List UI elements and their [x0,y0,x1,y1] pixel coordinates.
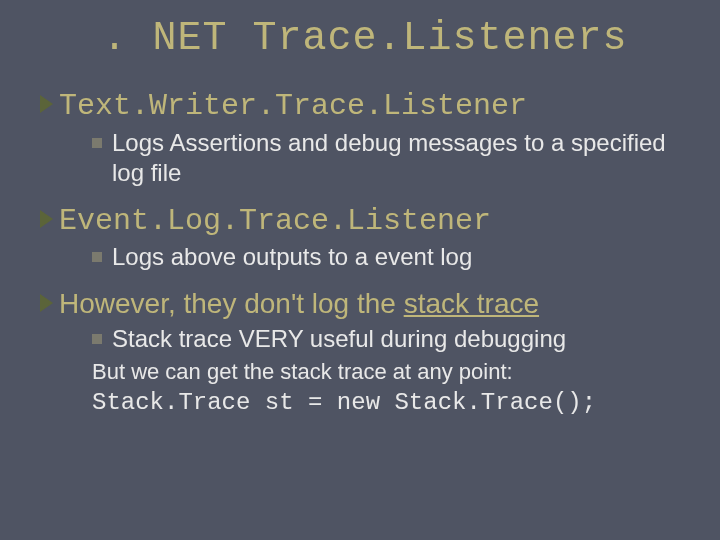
bullet-eventlog: Event.Log.Trace.Listener [40,204,690,239]
bullet-textwriter-label: Text.Writer.Trace.Listener [59,89,527,124]
sub-eventlog-label: Logs above outputs to a event log [112,242,472,272]
triangle-icon [40,95,53,113]
bullet-however: However, they don't log the stack trace [40,288,690,320]
bullet-however-label: However, they don't log the stack trace [59,288,539,320]
however-lead: However, [59,288,184,319]
bullet-eventlog-label: Event.Log.Trace.Listener [59,204,491,239]
square-icon [92,138,102,148]
sub-stacktrace-label: Stack trace VERY useful during debugging [112,324,566,354]
sub-textwriter: Logs Assertions and debug messages to a … [92,128,690,188]
tail-line-1: But we can get the stack trace at any po… [92,358,690,387]
slide-title: . NET Trace.Listeners [40,16,690,61]
square-icon [92,334,102,344]
however-rest: they don't log the [184,288,404,319]
sub-eventlog: Logs above outputs to a event log [92,242,690,272]
triangle-icon [40,210,53,228]
sub-textwriter-label: Logs Assertions and debug messages to a … [112,128,672,188]
tail-line-2-code: Stack.Trace st = new Stack.Trace(); [92,387,690,418]
however-underline: stack trace [404,288,539,319]
slide: . NET Trace.Listeners Text.Writer.Trace.… [0,0,720,540]
sub-stacktrace: Stack trace VERY useful during debugging [92,324,690,354]
square-icon [92,252,102,262]
bullet-textwriter: Text.Writer.Trace.Listener [40,89,690,124]
triangle-icon [40,294,53,312]
